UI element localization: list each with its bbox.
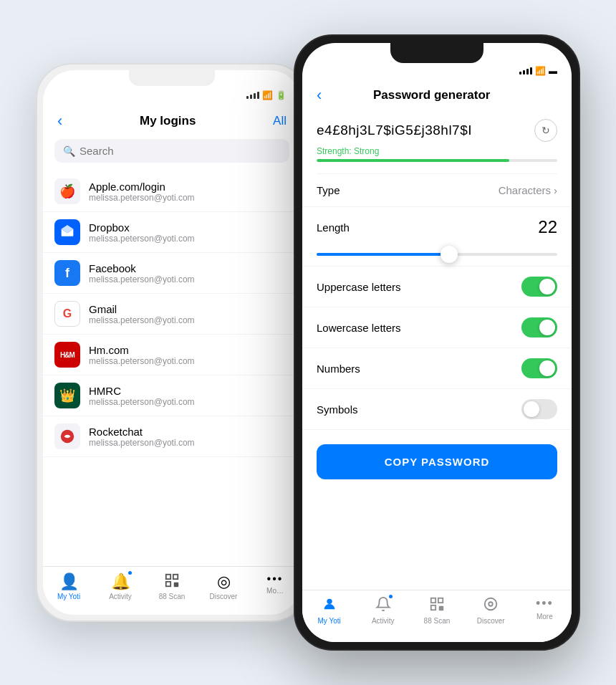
item-logo — [54, 219, 80, 245]
nav-item-my-yoti[interactable]: 👤 My Yoti — [51, 573, 87, 600]
nav-item-discover[interactable]: Discover — [473, 596, 509, 625]
white-phone: 📶 🔋 ‹ My logins All 🔍 🍎 — [36, 63, 308, 622]
numbers-toggle[interactable] — [521, 358, 557, 378]
back-button[interactable]: ‹ — [317, 86, 322, 105]
nav-label: Discover — [210, 593, 238, 600]
battery-icon: ▬ — [549, 66, 557, 76]
list-item[interactable]: Rocketchat melissa.peterson@yoti.com — [43, 416, 301, 457]
strength-fill — [317, 159, 509, 162]
nav-item-activity[interactable]: Activity — [365, 596, 401, 625]
nav-label: 88 Scan — [424, 617, 451, 625]
symbols-setting-row[interactable]: Symbols — [302, 389, 572, 430]
nav-item-scan[interactable]: 88 Scan — [154, 573, 190, 600]
length-setting-row: Length 22 — [302, 207, 572, 247]
svg-rect-1 — [166, 575, 170, 579]
list-item[interactable]: Dropbox melissa.peterson@yoti.com — [43, 212, 301, 253]
item-logo: 👑 — [54, 383, 80, 408]
svg-rect-7 — [176, 585, 178, 586]
svg-rect-9 — [431, 598, 435, 603]
wifi-icon: 📶 — [535, 66, 546, 76]
item-name: Apple.com/login — [89, 181, 195, 193]
item-name: Facebook — [89, 262, 195, 274]
item-name: Hm.com — [89, 344, 195, 356]
item-email: melissa.peterson@yoti.com — [89, 274, 195, 284]
battery-icon: 🔋 — [276, 90, 287, 100]
search-input[interactable] — [80, 145, 281, 157]
list-item[interactable]: f Facebook melissa.peterson@yoti.com — [43, 253, 301, 294]
search-bar[interactable]: 🔍 — [54, 139, 289, 163]
strength-bar — [317, 159, 557, 162]
svg-rect-3 — [166, 582, 170, 586]
svg-rect-10 — [438, 598, 443, 603]
uppercase-toggle[interactable] — [521, 277, 557, 297]
list-item[interactable]: H&M Hm.com melissa.peterson@yoti.com — [43, 335, 301, 375]
length-slider[interactable] — [302, 247, 572, 267]
nav-label: 88 Scan — [159, 593, 186, 600]
svg-point-16 — [485, 598, 497, 610]
nav-item-scan[interactable]: 88 Scan — [419, 596, 455, 625]
nav-label: My Yoti — [317, 617, 340, 625]
nav-item-more[interactable]: ••• More — [526, 596, 562, 625]
nav-item-discover[interactable]: ◎ Discover — [206, 573, 241, 600]
lowercase-toggle[interactable] — [521, 317, 557, 337]
signal-icon — [519, 67, 532, 75]
white-phone-header: ‹ My logins All — [43, 106, 301, 139]
item-name: HMRC — [89, 385, 195, 397]
nav-label: Activity — [109, 593, 132, 600]
item-logo — [54, 423, 80, 449]
page-title: Password generator — [373, 88, 490, 102]
nav-item-more[interactable]: ••• Mo… — [257, 573, 293, 600]
black-phone-bottom-nav: My Yoti Activity — [302, 590, 572, 642]
lowercase-setting-row[interactable]: Lowercase letters — [302, 307, 572, 348]
numbers-label: Numbers — [317, 363, 360, 375]
nav-item-activity[interactable]: 🔔 Activity — [102, 573, 138, 600]
item-name: Gmail — [89, 303, 195, 315]
item-email: melissa.peterson@yoti.com — [89, 397, 195, 407]
password-text: e4£8hj3L7$iG5£j38hl7$I — [317, 123, 472, 138]
svg-rect-4 — [175, 583, 176, 585]
back-button[interactable]: ‹ — [57, 112, 62, 130]
type-label: Type — [317, 184, 340, 196]
list-item[interactable]: G Gmail melissa.peterson@yoti.com — [43, 294, 301, 335]
nav-label: Mo… — [266, 587, 284, 595]
login-list: 🍎 Apple.com/login melissa.peterson@yoti.… — [43, 171, 301, 457]
nav-item-my-yoti[interactable]: My Yoti — [312, 596, 347, 625]
length-label: Length — [317, 221, 350, 234]
item-name: Dropbox — [89, 221, 195, 234]
chevron-right-icon: › — [554, 184, 557, 196]
scene: 📶 🔋 ‹ My logins All 🔍 🍎 — [36, 34, 580, 651]
signal-icon — [246, 92, 259, 99]
symbols-toggle[interactable] — [521, 399, 557, 419]
svg-point-8 — [327, 599, 332, 604]
white-phone-bottom-nav: 👤 My Yoti 🔔 Activity — [43, 566, 301, 615]
item-logo: H&M — [54, 342, 80, 368]
black-phone: 📶 ▬ ‹ Password generator e4£8hj3L7$iG5£j… — [294, 34, 580, 651]
uppercase-setting-row[interactable]: Uppercase letters — [302, 267, 572, 307]
page-title: My logins — [140, 114, 196, 128]
white-phone-notch — [129, 70, 215, 86]
list-item[interactable]: 🍎 Apple.com/login melissa.peterson@yoti.… — [43, 171, 301, 212]
lowercase-label: Lowercase letters — [317, 322, 401, 334]
list-item[interactable]: 👑 HMRC melissa.peterson@yoti.com — [43, 375, 301, 416]
uppercase-label: Uppercase letters — [317, 281, 401, 293]
nav-label: My Yoti — [57, 593, 80, 600]
item-email: melissa.peterson@yoti.com — [89, 193, 195, 203]
item-email: melissa.peterson@yoti.com — [89, 356, 195, 366]
item-name: Rocketchat — [89, 426, 195, 438]
svg-rect-11 — [431, 605, 435, 610]
numbers-setting-row[interactable]: Numbers — [302, 348, 572, 389]
all-button[interactable]: All — [273, 114, 287, 128]
wifi-icon: 📶 — [262, 90, 273, 100]
type-setting-row[interactable]: Type Characters › — [302, 174, 572, 207]
symbols-label: Symbols — [317, 403, 358, 416]
search-icon: 🔍 — [63, 145, 75, 157]
nav-label: More — [536, 613, 553, 621]
svg-rect-5 — [176, 583, 178, 585]
item-email: melissa.peterson@yoti.com — [89, 438, 195, 448]
svg-rect-12 — [440, 607, 441, 608]
type-value: Characters — [499, 184, 551, 196]
nav-label: Activity — [372, 617, 395, 625]
refresh-button[interactable]: ↻ — [534, 119, 557, 142]
copy-password-button[interactable]: COPY PASSWORD — [317, 444, 557, 479]
svg-rect-13 — [441, 607, 443, 608]
